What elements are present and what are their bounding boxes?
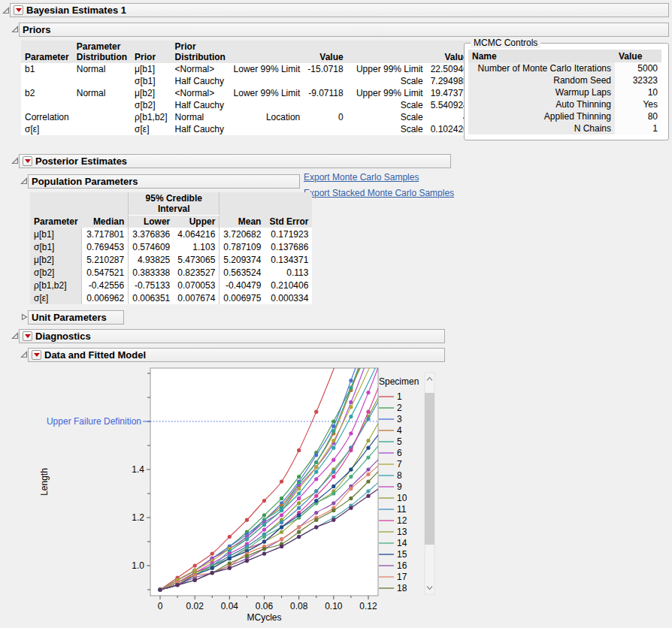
section-title-unit-parameters: Unit Parameters bbox=[32, 311, 107, 324]
data-point bbox=[210, 551, 214, 555]
data-point bbox=[331, 439, 335, 442]
table-cell: b1 bbox=[21, 63, 73, 75]
y-tick-label: 1.4 bbox=[132, 464, 144, 475]
x-tick-label: 0.08 bbox=[290, 601, 308, 611]
table-row: Auto ThinningYes bbox=[468, 98, 661, 110]
export-monte-carlo-samples-link[interactable]: Export Monte Carlo Samples bbox=[304, 172, 419, 183]
legend-item-specimen-15[interactable]: 15 bbox=[379, 549, 407, 560]
svg-text:13: 13 bbox=[397, 527, 407, 537]
data-point bbox=[314, 460, 318, 464]
table-cell: μ[b2] bbox=[131, 87, 171, 99]
table-cell: -9.07118 bbox=[304, 87, 347, 99]
table-cell: 0.171923 bbox=[265, 228, 312, 240]
mcmc-controls-table: NameValue Number of Monte Carlo Iteratio… bbox=[468, 50, 661, 134]
table-cell: Lower 99% Limit bbox=[230, 63, 304, 75]
section-header-population-parameters: Population Parameters bbox=[28, 174, 300, 189]
table-row: b1Normalμ[b1]<Normal>Lower 99% Limit-15.… bbox=[21, 63, 472, 75]
x-tick-label: 0.02 bbox=[186, 601, 204, 611]
legend-item-specimen-6[interactable]: 6 bbox=[379, 448, 402, 458]
legend-item-specimen-7[interactable]: 7 bbox=[379, 459, 402, 469]
data-point bbox=[349, 386, 353, 390]
data-point bbox=[349, 487, 353, 491]
table-row: Number of Monte Carlo Iterations5000 bbox=[468, 62, 661, 74]
legend-scrollbar[interactable] bbox=[425, 373, 434, 594]
scrollbar-thumb[interactable] bbox=[425, 393, 434, 545]
data-point bbox=[262, 539, 266, 543]
table-cell: 32323 bbox=[615, 74, 661, 86]
svg-text:10: 10 bbox=[397, 493, 407, 503]
table-row: Random Seed32323 bbox=[468, 74, 661, 86]
legend-item-specimen-3[interactable]: 3 bbox=[379, 414, 402, 424]
table-cell: 0 bbox=[304, 111, 347, 123]
svg-text:2: 2 bbox=[397, 403, 402, 413]
red-triangle-menu-icon[interactable] bbox=[23, 156, 32, 166]
red-triangle-menu-icon[interactable] bbox=[23, 331, 32, 341]
data-point bbox=[366, 417, 370, 421]
svg-text:8: 8 bbox=[397, 470, 402, 481]
table-cell: -15.0718 bbox=[304, 63, 347, 75]
legend-item-specimen-1[interactable]: 1 bbox=[379, 391, 402, 402]
table-cell: σ[ε] bbox=[21, 123, 73, 135]
svg-text:6: 6 bbox=[397, 448, 402, 458]
data-and-fitted-model-plot[interactable]: 1.01.21.400.020.040.060.080.100.12MCycle… bbox=[30, 365, 445, 628]
data-point bbox=[331, 470, 335, 474]
table-cell: 1 bbox=[615, 122, 661, 134]
x-tick-label: 0.04 bbox=[221, 601, 239, 611]
data-point bbox=[349, 405, 353, 409]
table-cell: Auto Thinning bbox=[468, 98, 615, 110]
legend-item-specimen-16[interactable]: 16 bbox=[379, 560, 407, 571]
legend-item-specimen-13[interactable]: 13 bbox=[379, 527, 407, 537]
table-row: Applied Thinning80 bbox=[468, 110, 661, 122]
table-cell bbox=[73, 123, 131, 135]
data-point bbox=[314, 465, 318, 469]
svg-text:1: 1 bbox=[397, 391, 402, 402]
legend-item-specimen-8[interactable]: 8 bbox=[379, 470, 402, 481]
table-cell: 80 bbox=[615, 110, 661, 122]
export-stacked-monte-carlo-samples-link[interactable]: Export Stacked Monte Carlo Samples bbox=[304, 188, 454, 198]
data-point bbox=[297, 535, 301, 539]
data-point bbox=[280, 545, 283, 548]
column-header: Upper bbox=[174, 216, 219, 228]
section-header-posterior-estimates: Posterior Estimates bbox=[19, 154, 451, 168]
table-row: σ[ε]0.0069620.0063510.0076740.0069750.00… bbox=[30, 291, 312, 304]
data-point bbox=[366, 467, 370, 471]
legend-item-specimen-2[interactable]: 2 bbox=[379, 403, 402, 413]
data-point bbox=[349, 448, 353, 452]
legend-item-specimen-12[interactable]: 12 bbox=[379, 515, 407, 526]
section-header-diagnostics: Diagnostics bbox=[19, 329, 445, 343]
legend-item-specimen-14[interactable]: 14 bbox=[379, 538, 407, 548]
table-cell: σ[b2] bbox=[30, 266, 82, 279]
data-point bbox=[158, 587, 162, 591]
section-title-diagnostics: Diagnostics bbox=[35, 330, 91, 343]
column-header: Parameter Distribution bbox=[73, 41, 131, 63]
legend-item-specimen-17[interactable]: 17 bbox=[379, 572, 407, 582]
data-point bbox=[262, 551, 266, 555]
legend-item-specimen-5[interactable]: 5 bbox=[379, 436, 402, 447]
table-cell: <Normal> bbox=[171, 63, 230, 75]
red-triangle-menu-icon[interactable] bbox=[14, 5, 23, 15]
svg-text:11: 11 bbox=[397, 504, 407, 515]
table-cell: Normal bbox=[171, 111, 230, 123]
data-point bbox=[262, 527, 266, 531]
legend-item-specimen-10[interactable]: 10 bbox=[379, 493, 407, 503]
data-point bbox=[228, 557, 232, 560]
x-tick-label: 0.12 bbox=[359, 601, 377, 611]
mcmc-controls-groupbox: MCMC Controls NameValue Number of Monte … bbox=[464, 43, 669, 140]
column-header: Value bbox=[615, 50, 661, 62]
table-row: ρ[b1,b2]-0.42556-0.751330.070053-0.40479… bbox=[30, 279, 312, 291]
table-cell: Half Cauchy bbox=[171, 123, 230, 135]
legend-item-specimen-9[interactable]: 9 bbox=[379, 482, 402, 492]
data-point bbox=[331, 475, 335, 479]
table-cell: ρ[b1,b2] bbox=[30, 279, 82, 291]
x-tick-label: 0 bbox=[158, 601, 163, 611]
table-cell: Half Cauchy bbox=[171, 99, 230, 111]
red-triangle-menu-icon[interactable] bbox=[32, 350, 41, 360]
table-cell: Correlation bbox=[21, 111, 73, 123]
legend-item-specimen-18[interactable]: 18 bbox=[379, 583, 407, 593]
legend-item-specimen-11[interactable]: 11 bbox=[379, 504, 407, 515]
svg-text:15: 15 bbox=[397, 549, 407, 560]
data-point bbox=[349, 467, 353, 471]
legend-item-specimen-4[interactable]: 4 bbox=[379, 425, 402, 436]
data-point bbox=[245, 518, 249, 522]
svg-text:9: 9 bbox=[397, 482, 402, 492]
